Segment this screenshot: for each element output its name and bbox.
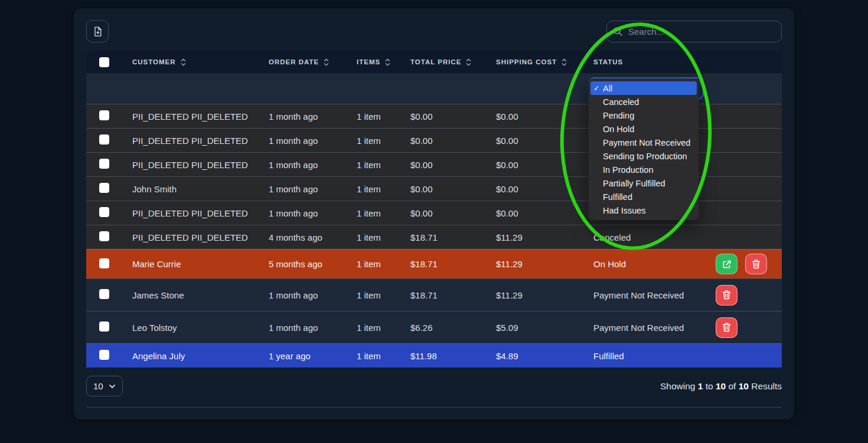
row-checkbox[interactable]	[99, 231, 109, 241]
search-box	[606, 21, 782, 42]
items-cell: 1 item	[357, 259, 410, 269]
export-button[interactable]	[86, 20, 109, 42]
to-label: to	[706, 381, 713, 391]
chevron-down-icon	[109, 384, 116, 389]
row-checkbox[interactable]	[99, 258, 109, 268]
delete-order-button[interactable]	[745, 254, 767, 274]
table-row[interactable]: Angelina July 1 year ago 1 item $11.98 $…	[86, 343, 782, 367]
shipping-cost-cell: $11.29	[496, 259, 593, 269]
select-all-checkbox[interactable]	[99, 57, 109, 67]
shipping-cost-cell: $0.00	[496, 184, 593, 194]
shipping-cost-cell: $11.29	[496, 232, 593, 242]
total-price-cell: $18.71	[410, 290, 496, 300]
order-date-cell: 1 month ago	[269, 184, 357, 194]
status-cell: Canceled	[593, 232, 716, 242]
column-header-total-price[interactable]: TOTAL PRICE	[410, 58, 496, 66]
status-cell: On Hold	[593, 259, 716, 269]
row-actions	[716, 317, 782, 338]
page-size-select[interactable]: 10	[86, 376, 123, 396]
customer-cell: PII_DELETED PII_DELETED	[132, 160, 269, 170]
order-date-cell: 4 months ago	[269, 232, 357, 242]
order-date-cell: 1 month ago	[269, 136, 357, 146]
sort-icon	[385, 58, 390, 66]
total-price-cell: $6.26	[410, 323, 496, 333]
check-icon: ✓	[593, 84, 603, 93]
customer-cell: Marie Currie	[132, 259, 269, 269]
delete-order-button[interactable]	[716, 285, 738, 306]
row-checkbox[interactable]	[99, 207, 109, 217]
table-row[interactable]: Leo Tolstoy 1 month ago 1 item $6.26 $5.…	[86, 311, 782, 343]
status-option[interactable]: Pending	[590, 109, 697, 122]
table-row[interactable]: James Stone 1 month ago 1 item $18.71 $1…	[86, 278, 782, 311]
status-option[interactable]: Sending to Production	[590, 149, 697, 163]
trash-icon	[722, 322, 732, 333]
column-header-items[interactable]: ITEMS	[357, 58, 410, 66]
status-option-label: Canceled	[603, 97, 639, 107]
row-checkbox[interactable]	[99, 110, 109, 120]
status-option-label: Had Issues	[603, 206, 646, 215]
status-option[interactable]: ✓All	[590, 81, 697, 95]
shipping-cost-cell: $5.09	[496, 323, 593, 333]
sort-icon	[324, 58, 329, 66]
items-cell: 1 item	[357, 232, 410, 242]
external-link-icon	[722, 259, 732, 270]
total-price-cell: $18.71	[410, 232, 496, 242]
status-option[interactable]: Fulfilled	[590, 190, 697, 204]
table-row[interactable]: PII_DELETED PII_DELETED 4 months ago 1 i…	[86, 225, 782, 249]
sort-icon	[181, 58, 186, 66]
total-price-cell: $18.71	[410, 259, 496, 269]
total-price-cell: $0.00	[410, 208, 496, 218]
row-checkbox[interactable]	[99, 159, 109, 169]
status-option-label: Partially Fulfilled	[603, 179, 665, 188]
orders-panel: CUSTOMERORDER DATEITEMSTOTAL PRICESHIPPI…	[74, 8, 794, 419]
table-row[interactable]: Marie Currie 5 months ago 1 item $18.71 …	[86, 249, 782, 278]
status-option-label: Fulfilled	[603, 192, 632, 202]
column-label: STATUS	[593, 58, 623, 65]
items-cell: 1 item	[357, 160, 410, 170]
items-cell: 1 item	[357, 290, 410, 300]
file-download-icon	[92, 26, 103, 37]
status-option[interactable]: Canceled	[590, 95, 697, 109]
order-date-cell: 1 month ago	[269, 111, 357, 122]
row-checkbox[interactable]	[99, 289, 109, 299]
delete-order-button[interactable]	[716, 317, 738, 338]
trash-icon	[751, 259, 761, 270]
status-option[interactable]: Partially Fulfilled	[590, 176, 697, 190]
items-cell: 1 item	[357, 111, 410, 122]
items-cell: 1 item	[357, 184, 410, 194]
customer-cell: PII_DELETED PII_DELETED	[132, 208, 269, 218]
column-label: ITEMS	[357, 58, 380, 65]
shipping-cost-cell: $0.00	[496, 136, 593, 146]
results-summary: Showing 1 to 10 of 10 Results	[660, 381, 782, 392]
of-label: of	[729, 381, 736, 391]
status-cell: Payment Not Received	[593, 323, 716, 333]
status-dropdown: ✓AllCanceledPendingOn HoldPayment Not Re…	[589, 78, 699, 220]
column-label: SHIPPING COST	[496, 58, 557, 65]
sort-icon	[466, 58, 471, 66]
range-start: 1	[698, 381, 703, 391]
status-option[interactable]: In Production	[590, 163, 697, 176]
edit-order-button[interactable]	[716, 254, 738, 274]
row-checkbox[interactable]	[99, 134, 109, 145]
items-cell: 1 item	[357, 208, 410, 218]
status-option[interactable]: Had Issues	[590, 204, 697, 217]
row-checkbox[interactable]	[99, 321, 109, 332]
row-actions	[716, 285, 782, 306]
items-cell: 1 item	[357, 323, 410, 333]
column-header-customer[interactable]: CUSTOMER	[132, 58, 269, 66]
order-date-cell: 1 month ago	[269, 290, 357, 300]
row-checkbox[interactable]	[99, 350, 109, 360]
customer-cell: Angelina July	[132, 351, 269, 361]
order-date-cell: 5 months ago	[269, 259, 357, 269]
customer-cell: John Smith	[132, 184, 269, 194]
column-header-order-date[interactable]: ORDER DATE	[269, 58, 357, 66]
status-option-label: Sending to Production	[603, 152, 687, 161]
column-header-shipping-cost[interactable]: SHIPPING COST	[496, 58, 593, 66]
status-option[interactable]: On Hold	[590, 122, 697, 136]
search-icon	[613, 27, 623, 37]
toolbar	[86, 20, 782, 42]
search-input[interactable]	[606, 21, 782, 42]
status-option[interactable]: Payment Not Received	[590, 136, 697, 149]
row-checkbox[interactable]	[99, 183, 109, 193]
total-price-cell: $0.00	[410, 136, 496, 146]
